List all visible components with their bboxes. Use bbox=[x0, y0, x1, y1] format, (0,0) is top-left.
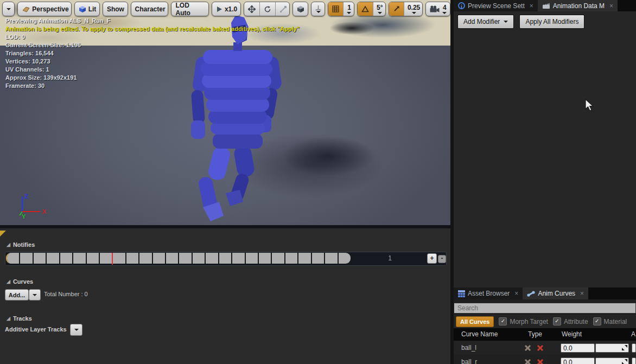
checkbox-checked-icon[interactable]: ✓ bbox=[499, 317, 507, 325]
coord-system-button[interactable] bbox=[292, 2, 308, 16]
lod-auto-button[interactable]: LOD Auto bbox=[171, 2, 208, 16]
curve-row-ball-r[interactable]: ball_r 0.0 bbox=[454, 355, 636, 364]
stat-framerate: Framerate: 30 bbox=[5, 82, 300, 90]
notify-segment[interactable] bbox=[87, 253, 100, 264]
material-filter[interactable]: ✓ Material bbox=[593, 317, 627, 325]
close-icon[interactable]: × bbox=[609, 2, 613, 10]
checkbox-checked-icon[interactable]: ✓ bbox=[553, 317, 561, 325]
stat-approx-size: Approx Size: 139x92x191 bbox=[5, 74, 300, 82]
perspective-button[interactable]: Perspective bbox=[17, 2, 71, 16]
notifies-section-header[interactable]: ◢ Notifies bbox=[7, 241, 35, 248]
translate-tool-button[interactable] bbox=[244, 2, 259, 16]
auto-checkbox-partial[interactable] bbox=[632, 343, 636, 353]
dirty-state-corner-marker bbox=[0, 231, 6, 237]
tab-animation-data-modifiers[interactable]: Animation Data M × bbox=[538, 0, 618, 11]
notify-segment[interactable] bbox=[126, 253, 139, 264]
tracks-section-header[interactable]: ◢ Tracks bbox=[7, 315, 32, 322]
morph-type-x-icon[interactable] bbox=[524, 344, 531, 352]
angle-snap-toggle[interactable] bbox=[358, 2, 373, 16]
close-icon[interactable]: × bbox=[580, 290, 584, 297]
notify-segment[interactable] bbox=[166, 253, 179, 264]
notify-segment[interactable] bbox=[113, 253, 126, 264]
viewport-options-menu[interactable] bbox=[2, 2, 15, 16]
notify-segment[interactable] bbox=[325, 253, 338, 264]
perspective-label: Perspective bbox=[32, 5, 68, 13]
notify-track[interactable]: 1 + - bbox=[5, 252, 447, 266]
notify-segment[interactable] bbox=[219, 253, 232, 264]
notify-segment[interactable] bbox=[60, 253, 73, 264]
scale-tool-button[interactable] bbox=[275, 2, 290, 16]
additive-layer-tracks-label: Additive Layer Tracks bbox=[5, 326, 67, 333]
notify-segment[interactable] bbox=[139, 253, 152, 264]
notify-segment[interactable] bbox=[232, 253, 245, 264]
right-panel-tabbar: i Preview Scene Sett × Animation Data M … bbox=[454, 0, 636, 11]
grid-snap-toggle[interactable] bbox=[328, 2, 343, 16]
weight-input[interactable]: 0.0 bbox=[561, 357, 595, 364]
weight-slider[interactable] bbox=[595, 357, 629, 364]
notify-segment[interactable] bbox=[259, 253, 272, 264]
viewport-overlay-text: Previewing Animation ALS_N_Run_F Animati… bbox=[5, 17, 300, 90]
notify-segment[interactable] bbox=[153, 253, 166, 264]
apply-all-modifiers-button[interactable]: Apply All Modifiers bbox=[519, 15, 584, 29]
play-icon bbox=[216, 6, 222, 12]
widget-mode-button[interactable] bbox=[311, 2, 325, 16]
notify-segment[interactable] bbox=[34, 253, 47, 264]
lit-mode-button[interactable]: Lit bbox=[74, 2, 100, 16]
add-curve-dropdown[interactable] bbox=[29, 289, 41, 301]
close-icon[interactable]: × bbox=[514, 290, 518, 297]
morph-type-x-icon[interactable] bbox=[524, 359, 531, 364]
notify-segment[interactable] bbox=[312, 253, 325, 264]
curves-section-header[interactable]: ◢ Curves bbox=[7, 278, 33, 285]
add-notify-track-button[interactable]: + bbox=[427, 253, 437, 264]
tab-anim-curves[interactable]: Anim Curves × bbox=[523, 288, 588, 299]
checkbox-checked-icon[interactable]: ✓ bbox=[593, 317, 601, 325]
notify-segment[interactable] bbox=[47, 253, 60, 264]
material-type-x-icon[interactable] bbox=[537, 359, 544, 364]
show-button[interactable]: Show bbox=[103, 2, 128, 16]
rotate-tool-button[interactable] bbox=[259, 2, 275, 16]
notify-segment[interactable] bbox=[73, 253, 86, 264]
angle-snap-value-button[interactable]: 5° bbox=[373, 2, 386, 16]
axis-z-label: Z bbox=[24, 193, 28, 200]
asset-browser-icon bbox=[458, 290, 465, 297]
playback-speed-button[interactable]: x1.0 bbox=[212, 2, 241, 16]
attribute-filter[interactable]: ✓ Attribute bbox=[553, 317, 588, 325]
weight-slider[interactable] bbox=[595, 343, 629, 353]
notify-segment[interactable] bbox=[339, 253, 351, 264]
lod-text: LOD: 0 bbox=[5, 33, 300, 41]
additive-layer-tracks-dropdown[interactable] bbox=[70, 324, 82, 336]
remove-notify-track-button[interactable]: - bbox=[438, 255, 446, 263]
notify-segment[interactable] bbox=[285, 253, 298, 264]
weight-input[interactable]: 0.0 bbox=[561, 343, 595, 353]
notify-segment[interactable] bbox=[272, 253, 285, 264]
add-curve-button[interactable]: Add... bbox=[5, 289, 29, 301]
search-input[interactable] bbox=[454, 303, 636, 314]
scale-snap-toggle[interactable] bbox=[389, 2, 404, 16]
notify-segment[interactable] bbox=[7, 253, 20, 264]
auto-checkbox-partial[interactable] bbox=[632, 357, 636, 364]
close-icon[interactable]: × bbox=[530, 2, 533, 10]
notify-segment[interactable] bbox=[20, 253, 33, 264]
character-button[interactable]: Character bbox=[131, 2, 169, 16]
notify-segment[interactable] bbox=[193, 253, 206, 264]
chevron-down-icon bbox=[33, 294, 37, 296]
playhead-marker[interactable] bbox=[112, 253, 113, 265]
notify-segment[interactable] bbox=[179, 253, 192, 264]
scale-snap-value-button[interactable]: 0.25 bbox=[404, 2, 423, 16]
all-curves-filter-button[interactable]: All Curves bbox=[456, 316, 494, 327]
notify-segment[interactable] bbox=[206, 253, 219, 264]
material-type-x-icon[interactable] bbox=[537, 344, 544, 352]
grid-snap-value-button[interactable]: 1 bbox=[343, 2, 354, 16]
grid-snap-group: 1 bbox=[328, 2, 354, 16]
curve-row-ball-l[interactable]: ball_l 0.0 bbox=[454, 341, 636, 355]
modifier-toolbar: Add Modifier Apply All Modifiers bbox=[457, 15, 584, 29]
morph-target-filter[interactable]: ✓ Morph Target bbox=[499, 317, 548, 325]
camera-speed-button[interactable]: 4 bbox=[425, 2, 450, 16]
preview-viewport[interactable]: Perspective Lit Show Character bbox=[0, 0, 450, 228]
tab-asset-browser[interactable]: Asset Browser × bbox=[454, 288, 523, 299]
notify-segment[interactable] bbox=[100, 253, 113, 264]
tab-preview-scene-settings[interactable]: i Preview Scene Sett × bbox=[454, 0, 538, 11]
add-modifier-button[interactable]: Add Modifier bbox=[457, 15, 514, 29]
notify-segment[interactable] bbox=[246, 253, 259, 264]
notify-segment[interactable] bbox=[298, 253, 311, 264]
